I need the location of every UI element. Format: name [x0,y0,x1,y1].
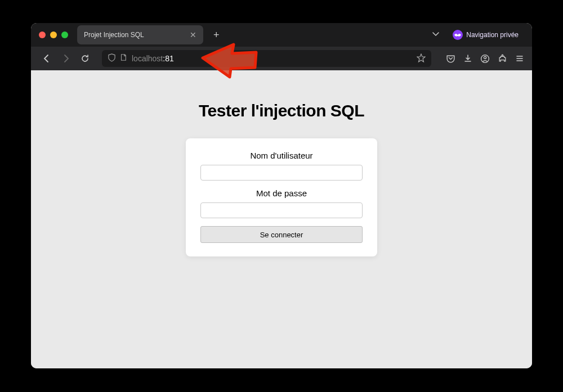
private-browsing-label: Navigation privée [466,31,519,39]
private-browsing-badge: Navigation privée [447,28,524,42]
page-info-icon[interactable] [119,53,127,64]
extensions-icon[interactable] [498,54,507,64]
window-close-button[interactable] [39,31,46,38]
traffic-lights [39,31,68,38]
url-bar[interactable]: localhost:81 [102,50,431,67]
back-button[interactable] [39,51,55,66]
window-minimize-button[interactable] [50,31,57,38]
browser-window: Projet Injection SQL ✕ + Navigation priv… [31,23,532,368]
login-button[interactable]: Se connecter [200,226,363,243]
close-tab-button[interactable]: ✕ [190,31,196,39]
password-input[interactable] [200,202,363,218]
browser-tab[interactable]: Projet Injection SQL ✕ [77,25,203,44]
shield-icon[interactable] [108,53,116,64]
tab-title: Projet Injection SQL [84,31,185,39]
toolbar: localhost:81 [31,47,532,70]
forward-button[interactable] [58,51,74,66]
menu-icon[interactable] [515,54,524,64]
password-label: Mot de passe [256,188,307,198]
bookmark-button[interactable] [417,53,426,64]
account-icon[interactable] [480,54,490,64]
url-text: localhost:81 [132,54,412,63]
page-title: Tester l'injection SQL [199,101,364,120]
page-content: Tester l'injection SQL Nom d'utilisateur… [31,70,532,368]
toolbar-icons [446,54,524,64]
mask-icon [453,30,463,40]
reload-button[interactable] [77,51,93,66]
username-label: Nom d'utilisateur [250,151,312,160]
tabs-dropdown-button[interactable] [431,29,440,40]
login-form: Nom d'utilisateur Mot de passe Se connec… [186,138,377,256]
new-tab-button[interactable]: + [213,30,220,40]
downloads-icon[interactable] [463,54,472,64]
window-maximize-button[interactable] [61,31,68,38]
username-input[interactable] [200,165,363,181]
tab-bar: Projet Injection SQL ✕ + Navigation priv… [31,23,532,47]
pocket-icon[interactable] [446,54,455,64]
svg-point-1 [484,56,486,58]
